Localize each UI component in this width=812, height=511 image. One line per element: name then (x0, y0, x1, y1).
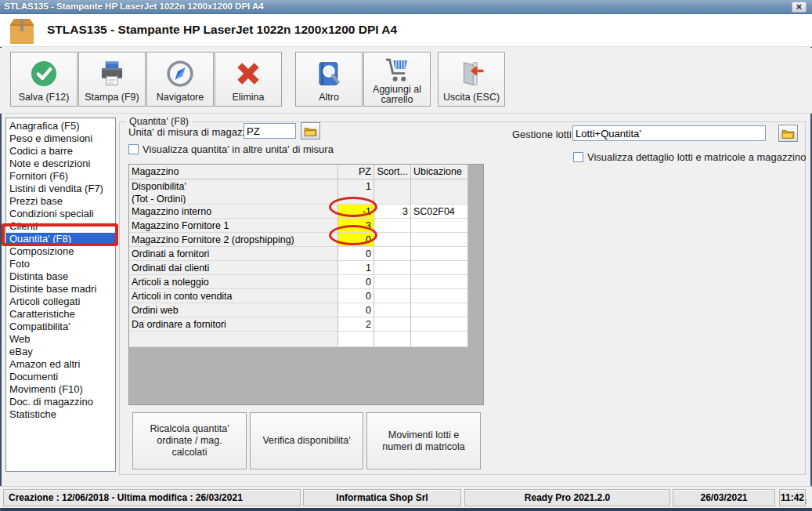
cell-scorta[interactable] (374, 332, 411, 347)
sidebar-item-3[interactable]: Note e descrizioni (6, 158, 115, 170)
cell-magazzino[interactable] (129, 332, 338, 347)
cell-magazzino[interactable]: Articoli in conto vendita (129, 289, 338, 303)
sidebar-item-14[interactable]: Articoli collegati (6, 295, 115, 308)
sidebar-item-10[interactable]: Composizione (6, 245, 115, 258)
column-header-sc[interactable]: Scort... (374, 165, 411, 179)
cell-ubicazione[interactable] (411, 275, 468, 289)
cell-magazzino[interactable]: Ordinati dai clienti (129, 261, 338, 275)
sidebar-item-23[interactable]: Statistiche (6, 408, 115, 421)
verify-availability-button[interactable]: Verifica disponibilita' (250, 412, 363, 469)
folder-icon (781, 129, 795, 139)
group-title: Quantita' (F8) (126, 116, 192, 127)
cell-ubicazione[interactable] (411, 303, 468, 317)
sidebar-item-18[interactable]: eBay (6, 346, 115, 358)
toolbar-button-altro[interactable]: Altro (295, 52, 363, 107)
column-header-mag[interactable]: Magazzino (129, 165, 338, 179)
table-row: Disponibilita' (Tot - Ordini)1 (129, 179, 467, 205)
cell-pz[interactable]: 1 (338, 179, 374, 205)
cell-pz[interactable]: 0 (338, 303, 374, 317)
cell-magazzino[interactable]: Da ordinare a fornitori (129, 317, 338, 332)
cell-ubicazione[interactable]: SC02F04 (411, 205, 468, 219)
toolbar-button-stampa[interactable]: Stampa (F9) (78, 52, 146, 107)
cell-scorta[interactable] (374, 275, 411, 289)
sidebar-item-6[interactable]: Prezzi base (6, 195, 115, 208)
cell-ubicazione[interactable] (411, 233, 468, 247)
sidebar-item-11[interactable]: Foto (6, 258, 115, 270)
table-row: Articoli in conto vendita0 (129, 289, 467, 303)
cell-pz[interactable]: 1 (338, 261, 374, 275)
close-icon[interactable] (792, 2, 807, 13)
cell-magazzino[interactable]: Magazzino Fornitore 1 (129, 219, 338, 233)
cell-ubicazione[interactable] (411, 317, 468, 332)
cell-ubicazione[interactable] (411, 332, 468, 347)
cell-scorta[interactable] (374, 289, 411, 303)
cell-magazzino-text: Magazzino Fornitore 2 (dropshipping) (132, 234, 335, 246)
toolbar-button-elimina[interactable]: Elimina (215, 52, 282, 107)
toolbar-button-uscita[interactable]: Uscita (ESC) (438, 52, 505, 107)
sidebar-item-9[interactable]: Quantita' (F8) (6, 233, 115, 245)
cell-magazzino[interactable]: Ordinati a fornitori (129, 247, 338, 261)
table-row (129, 332, 467, 347)
sidebar-item-21[interactable]: Movimenti (F10) (6, 383, 115, 396)
sidebar-item-2[interactable]: Codici a barre (6, 145, 115, 158)
sidebar-item-22[interactable]: Doc. di magazzino (6, 396, 115, 408)
window-title: STLAS135 - Stampante HP LaserJet 1022n 1… (4, 2, 264, 11)
cell-ubicazione[interactable] (411, 247, 468, 261)
cell-scorta[interactable]: 3 (374, 205, 411, 219)
lot-folder-button[interactable] (778, 125, 798, 142)
cell-pz[interactable]: 0 (338, 247, 374, 261)
sidebar-item-15[interactable]: Caratteristiche (6, 308, 115, 321)
sidebar-item-17[interactable]: Web (6, 333, 115, 346)
uom-input[interactable] (244, 123, 296, 139)
sidebar-item-0[interactable]: Anagrafica (F5) (6, 120, 115, 132)
cell-ubicazione[interactable] (411, 289, 468, 303)
cell-pz[interactable]: 0 (338, 289, 374, 303)
cell-pz[interactable]: 0 (338, 275, 374, 289)
sidebar-item-16[interactable]: Compatibilita' (6, 321, 115, 333)
sidebar-item-1[interactable]: Peso e dimensioni (6, 132, 115, 145)
cell-magazzino[interactable]: Articoli a noleggio (129, 275, 338, 289)
sidebar-item-4[interactable]: Fornitori (F6) (6, 170, 115, 183)
cell-scorta[interactable] (374, 261, 411, 275)
sidebar-item-8[interactable]: Clienti (6, 220, 115, 233)
sidebar-item-13[interactable]: Distinte base madri (6, 283, 115, 295)
cell-ubicazione[interactable] (411, 261, 468, 275)
recalc-ordered-quantities-button[interactable]: Ricalcola quantita' ordinate / mag. calc… (132, 412, 247, 469)
cell-scorta[interactable] (374, 219, 411, 233)
sidebar-item-20[interactable]: Documenti (6, 371, 115, 383)
column-header-pz[interactable]: PZ (338, 165, 374, 179)
cell-scorta[interactable] (374, 179, 411, 205)
cell-scorta[interactable] (374, 233, 411, 247)
cell-magazzino[interactable]: Magazzino Fornitore 2 (dropshipping) (129, 233, 338, 247)
uom-checkbox[interactable] (128, 144, 139, 154)
lot-serial-movements-button[interactable]: Movimenti lotti e numeri di matricola (366, 412, 481, 469)
sidebar-item-7[interactable]: Condizioni speciali (6, 208, 115, 220)
cell-pz[interactable] (338, 332, 374, 347)
cell-magazzino[interactable]: Ordini web (129, 303, 338, 317)
uom-folder-button[interactable] (301, 122, 320, 140)
cell-pz[interactable]: 0 (338, 233, 374, 247)
cell-scorta[interactable] (374, 317, 411, 332)
cell-pz[interactable]: 2 (338, 317, 374, 332)
lot-detail-checkbox[interactable] (573, 152, 583, 162)
cell-magazzino[interactable]: Disponibilita' (Tot - Ordini) (129, 179, 338, 205)
cell-ubicazione[interactable] (411, 219, 468, 233)
toolbar-button-carrello[interactable]: Aggiungi al carrello (363, 52, 431, 107)
cell-scorta[interactable] (374, 303, 411, 317)
cell-pz[interactable]: 3 (338, 219, 374, 233)
status-bar: Creazione : 12/06/2018 - Ultima modifica… (0, 486, 812, 508)
cell-ubicazione[interactable] (411, 179, 468, 205)
sidebar-item-12[interactable]: Distinta base (6, 270, 115, 283)
cell-scorta[interactable] (374, 247, 411, 261)
toolbar-button-salva[interactable]: Salva (F12) (10, 52, 78, 107)
toolbar-button-navigatore[interactable]: Navigatore (146, 52, 214, 107)
table-row: Ordinati a fornitori0 (129, 247, 467, 261)
package-box-icon (6, 16, 38, 50)
sidebar-item-5[interactable]: Listini di vendita (F7) (6, 183, 115, 195)
column-header-ub[interactable]: Ubicazione (411, 165, 468, 179)
cell-magazzino[interactable]: Magazzino interno (129, 205, 338, 219)
lot-management-input[interactable] (572, 125, 766, 141)
cell-magazzino-text: Magazzino interno (132, 205, 335, 218)
sidebar-item-19[interactable]: Amazon ed altri (6, 358, 115, 371)
cell-pz[interactable]: -1 (338, 205, 374, 219)
